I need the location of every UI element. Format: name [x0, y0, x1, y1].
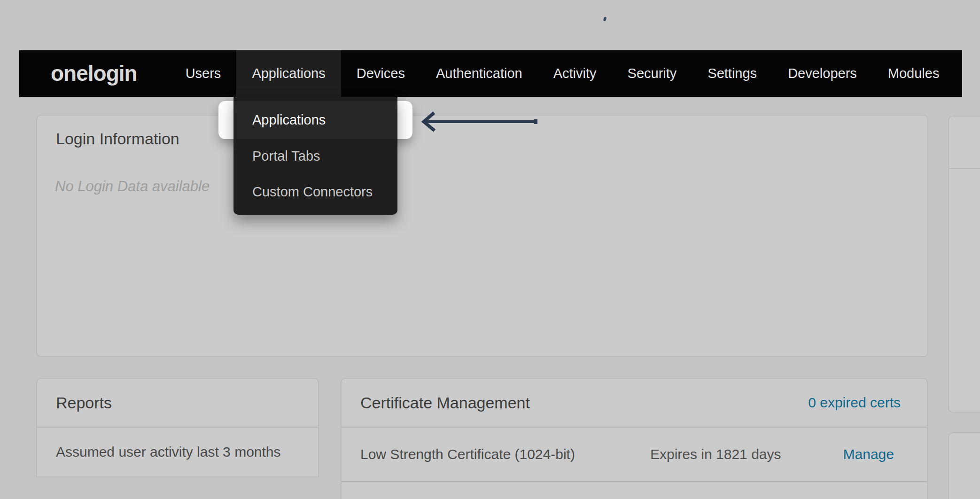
nav-item-applications[interactable]: Applications: [236, 50, 341, 97]
nav-item-security[interactable]: Security: [612, 50, 692, 97]
certificate-name: Low Strength Certificate (1024-bit): [360, 446, 575, 462]
left-arrow-icon: [420, 109, 540, 134]
reports-card-header: Reports: [37, 379, 318, 428]
login-information-card: Login Information No Login Data availabl…: [36, 115, 928, 357]
certificate-row: Low Strength Certificate (1024-bit) Expi…: [342, 428, 927, 482]
reports-card: Reports Assumed user activity last 3 mon…: [36, 378, 319, 477]
onelogin-logo[interactable]: onelogin: [51, 50, 137, 97]
certificate-management-title: Certificate Management: [360, 394, 530, 412]
nav-item-authentication[interactable]: Authentication: [420, 50, 538, 97]
certificate-expiry: Expires in 1821 days: [650, 446, 781, 462]
applications-dropdown-menu: Applications Portal Tabs Custom Connecto…: [233, 97, 397, 215]
nav-item-users[interactable]: Users: [170, 50, 237, 97]
reports-title: Reports: [56, 394, 112, 412]
nav-item-activity[interactable]: Activity: [538, 50, 612, 97]
right-edge-partial-card-header: [949, 117, 980, 169]
certificate-card-header: Certificate Management 0 expired certs: [342, 379, 927, 428]
annotation-artifact-dot: [603, 16, 607, 21]
no-login-data-message: No Login Data available: [55, 178, 927, 195]
nav-item-devices[interactable]: Devices: [341, 50, 420, 97]
report-list-item[interactable]: Assumed user activity last 3 months: [37, 428, 318, 476]
nav-items: Users Applications Devices Authenticatio…: [170, 50, 955, 97]
top-nav-bar: onelogin Users Applications Devices Auth…: [19, 50, 962, 97]
dropdown-item-custom-connectors[interactable]: Custom Connectors: [233, 173, 397, 211]
expired-certs-link[interactable]: 0 expired certs: [808, 395, 901, 411]
manage-certificate-link[interactable]: Manage: [843, 446, 894, 462]
right-edge-partial-card-top: [948, 116, 980, 413]
certificate-management-card: Certificate Management 0 expired certs L…: [341, 378, 928, 499]
right-edge-partial-card-bottom: [948, 432, 980, 499]
dropdown-item-portal-tabs[interactable]: Portal Tabs: [233, 139, 397, 173]
onelogin-admin-screen: onelogin Users Applications Devices Auth…: [0, 0, 980, 499]
nav-item-settings[interactable]: Settings: [692, 50, 772, 97]
nav-item-modules[interactable]: Modules: [872, 50, 955, 97]
dropdown-item-applications[interactable]: Applications: [233, 101, 397, 139]
nav-item-developers[interactable]: Developers: [772, 50, 872, 97]
